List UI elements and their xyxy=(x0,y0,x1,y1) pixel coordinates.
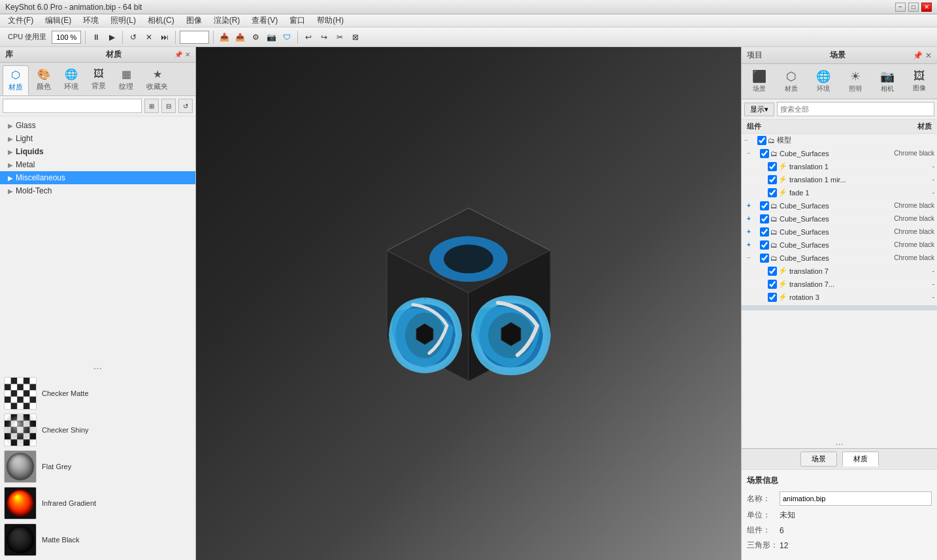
scene-expand-cube5[interactable]: + xyxy=(747,241,753,248)
menu-edit[interactable]: 编辑(E) xyxy=(40,14,76,27)
forward-icon[interactable]: ⏭ xyxy=(158,31,171,44)
scene-display-button[interactable]: 显示▾ xyxy=(744,103,774,116)
cpu-value-input[interactable] xyxy=(52,31,81,44)
tree-item-glass[interactable]: ▶ Glass xyxy=(0,119,195,132)
scene-row-trans1[interactable]: ⚡ translation 1 - xyxy=(742,160,937,173)
mat-item-flat-grey[interactable]: Flat Grey xyxy=(3,449,193,484)
scene-row-trans1mir[interactable]: ⚡ translation 1 mir... - xyxy=(742,173,937,186)
scene-nav-light[interactable]: ☀ 照明 xyxy=(840,67,870,96)
scene-check-rot3[interactable] xyxy=(768,293,777,302)
undo-icon[interactable]: ↩ xyxy=(302,31,315,44)
library-search-input[interactable] xyxy=(3,99,142,113)
scene-nav-image[interactable]: 🖼 图像 xyxy=(904,67,934,96)
menu-image[interactable]: 图像 xyxy=(181,14,207,27)
scene-check-cube-main[interactable] xyxy=(760,149,769,158)
tree-item-miscellaneous[interactable]: ▶ Miscellaneous xyxy=(0,171,195,184)
tab-texture[interactable]: ▦ 纹理 xyxy=(114,65,139,95)
menu-lighting[interactable]: 照明(L) xyxy=(105,14,141,27)
scene-row-fade1[interactable]: ⚡ fade 1 - xyxy=(742,186,937,199)
menu-environment[interactable]: 环境 xyxy=(78,14,104,27)
scene-check-cube5[interactable] xyxy=(760,240,769,250)
fps-value-input[interactable]: 55.0 xyxy=(180,31,209,44)
scene-check-trans7b[interactable] xyxy=(768,280,777,289)
scene-row-model[interactable]: − 🗂 模型 xyxy=(742,134,937,147)
scene-bottom-dots[interactable]: ... xyxy=(742,435,937,448)
menu-file[interactable]: 文件(F) xyxy=(3,14,39,27)
scene-row-rot3[interactable]: ⚡ rotation 3 - xyxy=(742,291,937,304)
screenshot-icon[interactable]: 📷 xyxy=(265,31,278,44)
stop-icon[interactable]: ✕ xyxy=(142,31,156,44)
menu-help[interactable]: 帮助(H) xyxy=(312,14,349,27)
scene-tab-material[interactable]: 材质 xyxy=(842,452,879,467)
tool3-icon[interactable]: ✂ xyxy=(333,31,346,44)
scene-nav-material[interactable]: ⬡ 材质 xyxy=(776,67,807,96)
scene-check-cube4[interactable] xyxy=(760,227,769,237)
tree-item-moldtech[interactable]: ▶ Mold-Tech xyxy=(0,184,195,197)
library-more-dots[interactable]: ... xyxy=(0,359,195,373)
scene-row-cube-main[interactable]: − 🗂 Cube_Surfaces Chrome black xyxy=(742,147,937,160)
scene-info-name-input[interactable] xyxy=(780,491,932,506)
scene-expand-cube2[interactable]: + xyxy=(747,202,753,209)
scene-row-cube2[interactable]: + 🗂 Cube_Surfaces Chrome black xyxy=(742,199,937,212)
scene-check-model[interactable] xyxy=(757,136,766,145)
scene-check-trans1[interactable] xyxy=(768,162,777,171)
scene-row-cube4[interactable]: + 🗂 Cube_Surfaces Chrome black xyxy=(742,225,937,239)
tree-item-light[interactable]: ▶ Light xyxy=(0,132,195,145)
scene-check-trans7[interactable] xyxy=(768,267,777,276)
panel-pin-icon[interactable]: 📌 xyxy=(174,51,182,58)
viewport-canvas[interactable] xyxy=(196,47,741,560)
scene-check-cube2[interactable] xyxy=(760,201,769,210)
panel-close-icon[interactable]: ✕ xyxy=(185,51,190,58)
scene-check-trans1mir[interactable] xyxy=(768,175,777,184)
scene-expand-cube4[interactable]: + xyxy=(747,228,753,235)
scene-row-trans7[interactable]: ⚡ translation 7 - xyxy=(742,265,937,278)
tree-item-metal[interactable]: ▶ Metal xyxy=(0,158,195,171)
import-icon[interactable]: 📥 xyxy=(218,31,231,44)
scene-expand-cube6[interactable]: − xyxy=(747,254,753,261)
scene-expand-cube-main[interactable]: − xyxy=(747,150,753,157)
scene-nav-env[interactable]: 🌐 环境 xyxy=(808,67,839,96)
mat-item-matte-black[interactable]: Matte Black xyxy=(3,522,193,557)
scene-expand-model[interactable]: − xyxy=(744,137,751,144)
redo-icon[interactable]: ↪ xyxy=(318,31,331,44)
tab-environment[interactable]: 🌐 环境 xyxy=(59,65,84,95)
library-sort-btn[interactable]: ⊟ xyxy=(161,99,176,113)
mat-item-checker-shiny[interactable]: Checker Shiny xyxy=(3,412,193,448)
tab-background[interactable]: 🖼 背景 xyxy=(86,65,111,95)
tab-color[interactable]: 🎨 颜色 xyxy=(31,65,56,95)
scene-nav-scene[interactable]: ⬛ 场景 xyxy=(744,67,775,96)
tab-material[interactable]: ⬡ 材质 xyxy=(3,65,29,95)
library-refresh-btn[interactable]: ↺ xyxy=(178,99,193,113)
refresh-icon[interactable]: ↺ xyxy=(127,31,140,44)
mat-item-checker-matte[interactable]: Checker Matte xyxy=(3,376,193,411)
mat-item-infrared[interactable]: Infrared Gradient xyxy=(3,486,193,521)
right-panel-close-icon[interactable]: ✕ xyxy=(925,51,932,60)
scene-row-cube3[interactable]: + 🗂 Cube_Surfaces Chrome black xyxy=(742,212,937,225)
right-panel-pin-icon[interactable]: 📌 xyxy=(913,51,923,60)
scene-row-trans7b[interactable]: ⚡ translation 7... - xyxy=(742,278,937,291)
tab-favorites[interactable]: ★ 收藏夹 xyxy=(141,65,173,95)
menu-view[interactable]: 查看(V) xyxy=(246,14,283,27)
close-button[interactable]: ✕ xyxy=(921,3,932,12)
scene-tree-scrollbar[interactable] xyxy=(742,305,937,310)
tool4-icon[interactable]: ⊠ xyxy=(349,31,362,44)
pause-icon[interactable]: ⏸ xyxy=(90,31,103,44)
export-icon[interactable]: 📤 xyxy=(233,31,246,44)
scene-row-cube5[interactable]: + 🗂 Cube_Surfaces Chrome black xyxy=(742,239,937,252)
scene-search-input[interactable] xyxy=(777,102,934,116)
scene-row-cube6[interactable]: − 🗂 Cube_Surfaces Chrome black xyxy=(742,252,937,265)
settings-icon[interactable]: ⚙ xyxy=(249,31,262,44)
play-icon[interactable]: ▶ xyxy=(105,31,118,44)
menu-camera[interactable]: 相机(C) xyxy=(142,14,180,27)
library-filter-btn[interactable]: ⊞ xyxy=(144,99,159,113)
scene-expand-cube3[interactable]: + xyxy=(747,215,753,222)
menu-window[interactable]: 窗口 xyxy=(284,14,310,27)
menu-render[interactable]: 渲染(R) xyxy=(208,14,246,27)
scene-check-fade1[interactable] xyxy=(768,188,777,197)
scene-check-cube3[interactable] xyxy=(760,214,769,223)
scene-check-cube6[interactable] xyxy=(760,254,769,263)
scene-tab-scene[interactable]: 场景 xyxy=(800,452,837,467)
maximize-button[interactable]: □ xyxy=(908,3,919,12)
minimize-button[interactable]: − xyxy=(895,3,906,12)
tree-item-liquids[interactable]: ▶ Liquids xyxy=(0,145,195,158)
